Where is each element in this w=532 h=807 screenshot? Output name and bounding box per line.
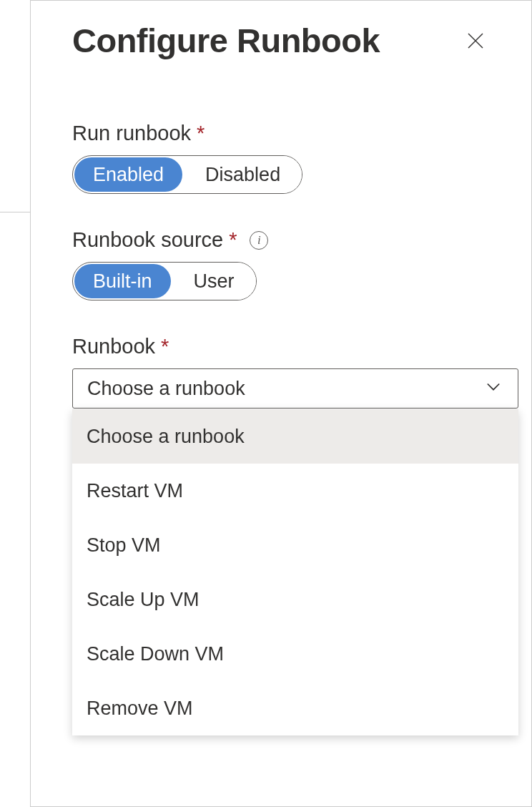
runbook-group: Runbook * Choose a runbook Choose a runb…	[72, 335, 490, 409]
left-border-divider	[0, 212, 30, 212]
runbook-dropdown: Choose a runbook Choose a runbook Restar…	[72, 368, 518, 409]
required-indicator: *	[161, 335, 169, 358]
runbook-source-group: Runbook source * i Built-in User	[72, 228, 490, 300]
runbook-dropdown-value: Choose a runbook	[87, 378, 245, 400]
runbook-label-row: Runbook *	[72, 335, 490, 358]
close-icon	[465, 30, 486, 52]
chevron-down-icon	[483, 376, 503, 401]
runbook-source-label-row: Runbook source * i	[72, 228, 490, 252]
run-runbook-label-row: Run runbook *	[72, 122, 490, 145]
runbook-option-scale-up-vm[interactable]: Scale Up VM	[72, 572, 518, 627]
runbook-option-restart-vm[interactable]: Restart VM	[72, 464, 518, 518]
run-runbook-group: Run runbook * Enabled Disabled	[72, 122, 490, 194]
close-button[interactable]	[461, 26, 490, 55]
runbook-source-label: Runbook source	[72, 228, 223, 252]
panel-header: Configure Runbook	[72, 21, 490, 60]
runbook-dropdown-trigger[interactable]: Choose a runbook	[72, 368, 518, 409]
run-runbook-toggle: Enabled Disabled	[72, 155, 302, 194]
run-runbook-disabled[interactable]: Disabled	[184, 156, 302, 193]
required-indicator: *	[229, 228, 237, 252]
runbook-source-builtin[interactable]: Built-in	[74, 264, 171, 298]
runbook-dropdown-list: Choose a runbook Restart VM Stop VM Scal…	[72, 409, 518, 735]
info-icon[interactable]: i	[250, 231, 268, 250]
runbook-source-toggle: Built-in User	[72, 262, 257, 300]
run-runbook-enabled[interactable]: Enabled	[74, 157, 182, 192]
run-runbook-label: Run runbook	[72, 122, 191, 145]
runbook-option-placeholder[interactable]: Choose a runbook	[72, 409, 518, 464]
runbook-option-remove-vm[interactable]: Remove VM	[72, 681, 518, 735]
required-indicator: *	[197, 122, 205, 145]
runbook-label: Runbook	[72, 335, 155, 358]
configure-runbook-panel: Configure Runbook Run runbook * Enabled …	[30, 0, 532, 807]
runbook-option-stop-vm[interactable]: Stop VM	[72, 518, 518, 572]
runbook-option-scale-down-vm[interactable]: Scale Down VM	[72, 627, 518, 681]
panel-title: Configure Runbook	[72, 21, 380, 60]
runbook-source-user[interactable]: User	[172, 263, 256, 300]
